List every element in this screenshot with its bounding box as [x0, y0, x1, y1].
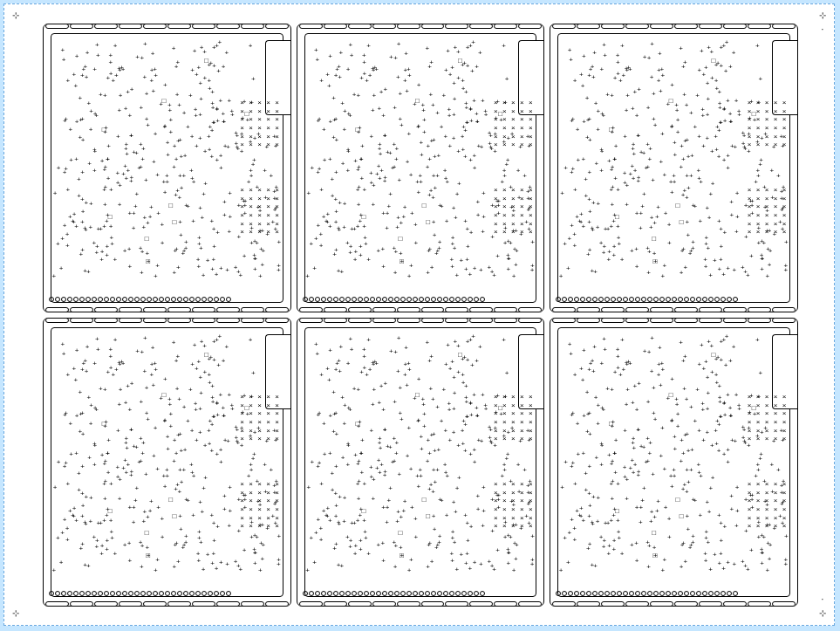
hole — [147, 297, 152, 302]
bridge-tab — [397, 24, 420, 29]
hole — [431, 297, 436, 302]
hole — [98, 297, 103, 302]
hole — [49, 297, 54, 302]
hole — [629, 591, 634, 596]
alignment-dot-top-right: · — [818, 25, 827, 34]
hole — [92, 297, 97, 302]
hole — [406, 297, 412, 302]
cnc-panel[interactable]: ××××××××××××××××××××××××××××××××××××××××… — [43, 318, 291, 607]
hole — [370, 591, 375, 596]
bridge-tab — [650, 24, 673, 29]
hole — [388, 591, 393, 596]
hole — [562, 591, 567, 596]
bridge-tab — [699, 318, 722, 323]
cnc-panel[interactable]: ××××××××××××××××××××××××××××××××××××××××… — [550, 24, 798, 312]
hole — [400, 297, 406, 302]
hole — [303, 297, 308, 302]
hole — [666, 591, 671, 596]
hole-row — [49, 291, 285, 308]
bridge-tab — [577, 318, 600, 323]
hole — [309, 297, 314, 302]
hole — [122, 591, 127, 596]
hole — [474, 297, 479, 302]
panel-grid[interactable]: ××××××××××××××××××××××××××××××××××××××××… — [43, 24, 798, 607]
hole — [85, 591, 91, 596]
hole — [177, 297, 182, 302]
hole — [413, 591, 418, 596]
bridge-tab — [119, 318, 142, 323]
bridge-tab — [167, 24, 191, 29]
hole-row — [303, 585, 539, 602]
hole — [110, 591, 115, 596]
hole — [309, 591, 314, 596]
hole — [586, 591, 591, 596]
cnc-panel[interactable]: ××××××××××××××××××××××××××××××××××××××××… — [297, 318, 545, 607]
hole — [376, 297, 381, 302]
cnc-panel[interactable]: ××××××××××××××××××××××××××××××××××××××××… — [550, 318, 798, 607]
hole — [128, 297, 133, 302]
bridge-tab — [772, 318, 796, 323]
hole — [641, 591, 646, 596]
bridge-tab — [445, 318, 468, 323]
hole — [55, 297, 60, 302]
hole — [364, 297, 369, 302]
hole — [183, 297, 188, 302]
hole — [189, 297, 195, 302]
bridge-tab — [192, 318, 215, 323]
hole — [690, 591, 695, 596]
corner-marker-bottom-left: ⊹ — [11, 609, 20, 618]
bridge-tab — [748, 318, 771, 323]
hole — [376, 591, 381, 596]
hole — [104, 297, 109, 302]
bridge-tab — [348, 318, 372, 323]
panel-inner-outline — [304, 33, 537, 303]
hole — [61, 297, 66, 302]
hole — [98, 591, 103, 596]
bridge-tab — [94, 318, 118, 323]
hole — [684, 297, 689, 302]
bridge-tab — [601, 318, 625, 323]
hole — [708, 297, 714, 302]
hole — [220, 297, 225, 302]
hole — [327, 297, 332, 302]
hole — [165, 591, 170, 596]
bridge-tab — [324, 24, 347, 29]
vent-grid: ×××××××××××××××××××××××××××××× — [238, 187, 282, 237]
hole — [303, 591, 308, 596]
hole — [183, 591, 188, 596]
hole — [568, 297, 573, 302]
bridge-tab — [372, 318, 396, 323]
hole — [568, 591, 573, 596]
hole — [140, 591, 146, 596]
hole — [122, 297, 127, 302]
hole — [419, 297, 424, 302]
hole — [653, 297, 659, 302]
alignment-dot-bottom-right: · — [818, 595, 827, 604]
hole-row — [303, 291, 539, 308]
cnc-panel[interactable]: ××××××××××××××××××××××××××××××××××××××××… — [43, 24, 291, 312]
cnc-panel[interactable]: ××××××××××××××××××××××××××××××××××××××××… — [297, 24, 545, 312]
hole — [425, 297, 430, 302]
bridge-tab — [45, 318, 69, 323]
hole — [177, 591, 182, 596]
hole — [73, 591, 79, 596]
hole — [79, 297, 85, 302]
hole — [153, 591, 158, 596]
hole — [79, 591, 85, 596]
hole — [73, 297, 79, 302]
bridge-tab-row-top — [552, 318, 796, 323]
bridge-tab — [674, 318, 698, 323]
bridge-tab — [299, 318, 323, 323]
hole — [49, 591, 54, 596]
hole — [455, 297, 461, 302]
hole — [696, 297, 701, 302]
hole — [327, 591, 332, 596]
hole — [653, 591, 659, 596]
panel-inner-outline — [557, 33, 790, 303]
hole — [727, 297, 732, 302]
hole — [474, 591, 479, 596]
hole — [140, 297, 146, 302]
hole — [580, 297, 585, 302]
hole — [449, 297, 454, 302]
bridge-tab — [216, 318, 240, 323]
